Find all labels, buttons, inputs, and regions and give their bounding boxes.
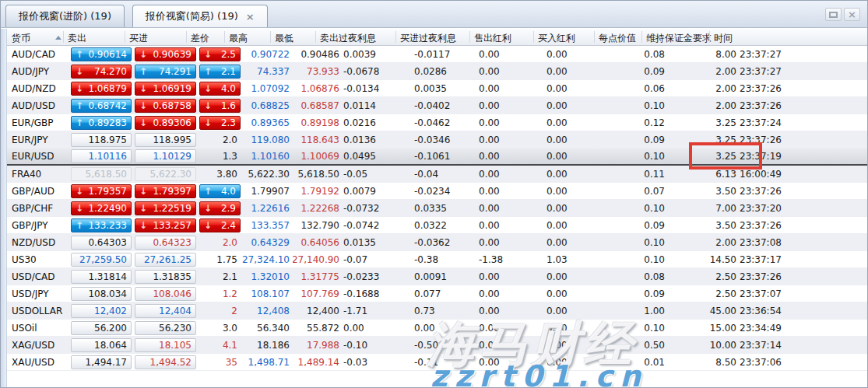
up-arrow-icon: ↑ — [204, 66, 212, 77]
sell-button[interactable]: 12,402 — [71, 304, 132, 318]
sell-button[interactable]: 5,618.50 — [71, 167, 132, 181]
buy-button[interactable]: ↓133.257 — [135, 218, 196, 232]
sell-button[interactable]: 56.200 — [71, 321, 132, 335]
symbol-cell: AUD/NZD — [7, 80, 69, 96]
sell-button[interactable]: 27,259.50 — [71, 253, 132, 267]
maximize-button[interactable] — [825, 8, 842, 21]
spread-button[interactable]: ↓2.5 — [199, 47, 241, 61]
spread-button[interactable]: ↑2.1 — [199, 65, 241, 79]
table-row-AUD/CAD[interactable]: AUD/CAD↑0.90614↓0.90639↓2.50.907220.9048… — [7, 46, 868, 63]
buy-button[interactable]: ↓1.22519 — [135, 201, 196, 215]
sell-button[interactable]: ↓1.06879 — [71, 82, 132, 96]
tab-quote-advanced[interactable]: 报价视窗(进阶) (19) — [5, 5, 125, 27]
spread-button[interactable]: ↓2.4 — [199, 218, 241, 232]
table-row-USOil[interactable]: USOil56.20056.2303.056.34055.8720.000.00… — [7, 320, 868, 337]
sell-button[interactable]: 18.064 — [71, 338, 132, 352]
buy-button[interactable]: 27,261.25 — [135, 253, 196, 267]
low-cell: 0.68587 — [293, 97, 342, 114]
buy-button[interactable]: 118.995 — [135, 133, 196, 147]
sell-button[interactable]: ↑0.90614 — [71, 47, 132, 61]
table-row-XAU/USD[interactable]: XAU/USD1,494.171,494.52351,498.711,489.1… — [7, 354, 868, 371]
table-row-USD/JPY[interactable]: USD/JPY108.034108.0461.2108.107107.769-0… — [7, 285, 868, 302]
column-header-0[interactable]: 货币 — [12, 32, 30, 45]
sell-value: 12,402 — [94, 306, 127, 316]
sell-button[interactable]: ↑133.233 — [71, 218, 132, 232]
buy-button[interactable]: 18.105 — [135, 338, 196, 352]
column-header-12[interactable]: 时间 — [714, 32, 733, 45]
table-row-XAG/USD[interactable]: XAG/USD18.06418.1054.118.18617.988-0.10-… — [7, 337, 868, 354]
buy-button[interactable]: ↓1.79397 — [135, 184, 196, 198]
sell-button[interactable]: ↓74.270 — [71, 65, 132, 79]
buy-button[interactable]: 0.64323 — [135, 236, 196, 250]
table-row-AUD/NZD[interactable]: AUD/NZD↓1.06879↓1.06919↓4.01.070921.0687… — [7, 80, 868, 97]
buy-button[interactable]: 1.10129 — [135, 149, 196, 163]
buy-button[interactable]: 56.230 — [135, 321, 196, 335]
sell-button[interactable]: 118.975 — [71, 133, 132, 147]
tab-close-icon[interactable]: × — [246, 12, 255, 22]
table-row-USD/CAD[interactable]: USD/CAD1.318141.318352.11.320101.31775-0… — [7, 268, 868, 285]
sell-value: 0.90614 — [88, 49, 127, 60]
point-value-cell: 0.08 — [592, 46, 668, 62]
table-row-NZD/USD[interactable]: NZD/USD0.643030.643232.00.643290.640560.… — [7, 234, 868, 251]
buy-button[interactable]: ↓0.90639 — [135, 47, 196, 61]
spread-cell: ↓2.5 — [198, 46, 242, 62]
column-header-5[interactable]: 最低 — [275, 32, 293, 45]
table-row-GBP/JPY[interactable]: GBP/JPY↑133.233↓133.257↓2.4133.357132.79… — [7, 217, 868, 234]
buy-button[interactable]: 5,622.30 — [135, 167, 196, 181]
column-header-1[interactable]: 卖出 — [68, 32, 86, 45]
column-header-2[interactable]: 买进 — [129, 32, 148, 45]
tab-quote-simple[interactable]: 报价视窗(简易) (19) × — [132, 5, 268, 27]
buy-button[interactable]: ↓1.06919 — [135, 82, 196, 96]
column-header-6[interactable]: 卖出过夜利息 — [320, 32, 376, 45]
table-row-AUD/JPY[interactable]: AUD/JPY↓74.270↑74.291↑2.174.33773.933-0.… — [7, 63, 868, 80]
column-header-4[interactable]: 最高 — [229, 32, 248, 45]
up-arrow-icon: ↑ — [76, 100, 83, 111]
sell-button[interactable]: 1.31814 — [71, 270, 132, 284]
sell-cell: 5,618.50 — [69, 166, 133, 182]
column-header-10[interactable]: 每点价值 — [599, 32, 636, 45]
spread-button[interactable]: ↓1.6 — [199, 99, 241, 113]
margin-requirement-cell: 2.00 — [668, 80, 739, 96]
spread-button[interactable]: ↑4.0 — [199, 184, 241, 198]
column-header-11[interactable]: 维持保证金要求 — [646, 32, 712, 45]
sell-cell: ↓1.06879 — [69, 80, 133, 96]
buy-value: 118.995 — [153, 135, 192, 145]
low-cell: 5,618.50 — [293, 166, 342, 182]
tab-label: 报价视窗(进阶) (19) — [19, 9, 111, 23]
buy-button[interactable]: 1,494.52 — [135, 355, 196, 369]
column-header-7[interactable]: 买进过夜利息 — [400, 32, 456, 45]
buy-button[interactable]: ↓0.68758 — [135, 99, 196, 113]
column-header-3[interactable]: 差价 — [191, 32, 209, 45]
buy-button[interactable]: 12,404 — [135, 304, 196, 318]
sell-button[interactable]: ↑0.68742 — [71, 99, 132, 113]
table-row-EUR/GBP[interactable]: EUR/GBP↑0.89283↓0.89306↓2.30.893650.8919… — [7, 114, 868, 131]
highlight-box — [689, 142, 762, 170]
buy-button[interactable]: 1.31835 — [135, 270, 196, 284]
buy-button[interactable]: ↑74.291 — [135, 65, 196, 79]
sell-overnight-cell: 0.0136 — [342, 131, 412, 148]
table-row-US30[interactable]: US3027,259.5027,261.251.7527,324.1027,14… — [7, 251, 868, 268]
table-row-GBP/CHF[interactable]: GBP/CHF↓1.22490↓1.22519↓2.91.226161.2226… — [7, 200, 868, 217]
sell-button[interactable]: 0.64303 — [71, 236, 132, 250]
symbol-cell: AUD/JPY — [7, 63, 69, 79]
sell-button[interactable]: ↓1.22490 — [71, 201, 132, 215]
up-arrow-icon: ↑ — [76, 49, 83, 60]
buy-button[interactable]: 108.046 — [135, 287, 196, 301]
buy-button[interactable]: ↓0.89306 — [135, 116, 196, 130]
table-row-GBP/AUD[interactable]: GBP/AUD↓1.79357↓1.79397↑4.01.799071.7919… — [7, 183, 868, 200]
sell-button[interactable]: ↑0.89283 — [71, 116, 132, 130]
sell-button[interactable]: 1.10116 — [71, 149, 132, 163]
spread-button[interactable]: ↓4.0 — [199, 82, 241, 96]
sell-button[interactable]: ↓1.79357 — [71, 184, 132, 198]
table-row-AUD/USD[interactable]: AUD/USD↑0.68742↓0.68758↓1.60.688250.6858… — [7, 97, 868, 114]
column-header-8[interactable]: 售出红利 — [474, 32, 511, 45]
spread-button[interactable]: ↓2.9 — [199, 201, 241, 215]
sell-dividend-cell: 0.00 — [468, 131, 532, 148]
column-header-9[interactable]: 买入红利 — [538, 32, 575, 45]
table-row-USDOLLAR[interactable]: USDOLLAR12,40212,404212,40812,400-1.710.… — [7, 302, 868, 320]
sell-button[interactable]: 1,494.17 — [71, 355, 132, 369]
spread-button[interactable]: ↓2.3 — [199, 116, 241, 130]
close-button[interactable]: × — [844, 8, 860, 21]
sell-button[interactable]: 108.034 — [71, 287, 132, 301]
buy-cell: ↓1.22519 — [133, 200, 198, 216]
